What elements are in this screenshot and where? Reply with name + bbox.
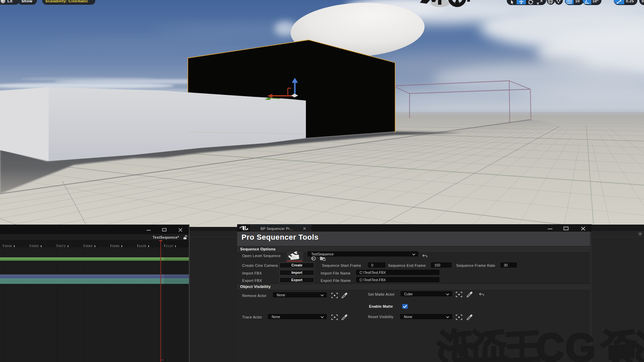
svg-text:0108: 0108	[139, 244, 146, 248]
svg-text:0096: 0096	[112, 244, 119, 248]
svg-text:0084: 0084	[85, 244, 93, 248]
svg-text:0048: 0048	[5, 244, 12, 248]
svg-text:0072: 0072	[58, 244, 66, 248]
svg-text:0060: 0060	[32, 244, 39, 248]
